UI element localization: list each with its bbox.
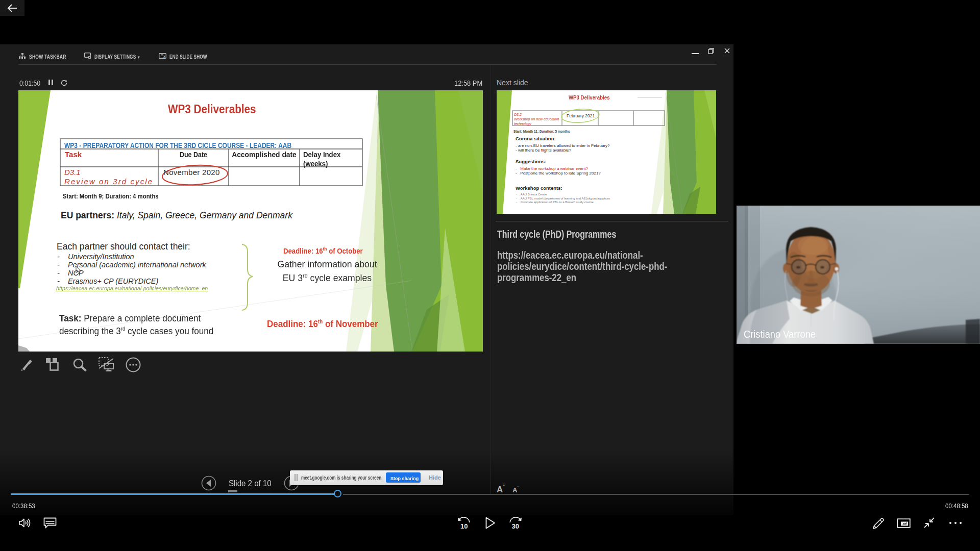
svg-text:Cristiano Varrone: Cristiano Varrone: [744, 329, 816, 340]
svg-text:10: 10: [460, 522, 468, 530]
svg-text:30: 30: [512, 522, 519, 530]
svg-text:x: x: [163, 55, 165, 58]
